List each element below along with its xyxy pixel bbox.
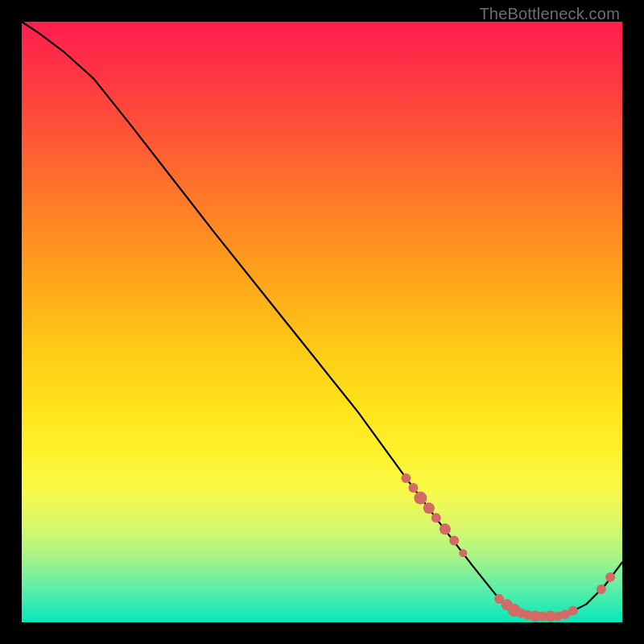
plot-area bbox=[22, 22, 622, 622]
data-point bbox=[423, 502, 435, 514]
data-point bbox=[440, 523, 451, 535]
data-point bbox=[414, 492, 427, 505]
data-point bbox=[449, 536, 459, 546]
data-point bbox=[597, 584, 606, 594]
data-markers bbox=[401, 473, 615, 622]
bottleneck-curve bbox=[22, 22, 622, 617]
data-point bbox=[568, 606, 578, 616]
chart-svg bbox=[22, 22, 622, 622]
data-point bbox=[431, 513, 441, 522]
data-point bbox=[401, 473, 411, 483]
watermark-text: TheBottleneck.com bbox=[479, 5, 620, 23]
data-point bbox=[459, 549, 467, 557]
chart-frame: TheBottleneck.com bbox=[0, 0, 644, 644]
data-point bbox=[408, 483, 418, 493]
data-point bbox=[605, 572, 615, 582]
